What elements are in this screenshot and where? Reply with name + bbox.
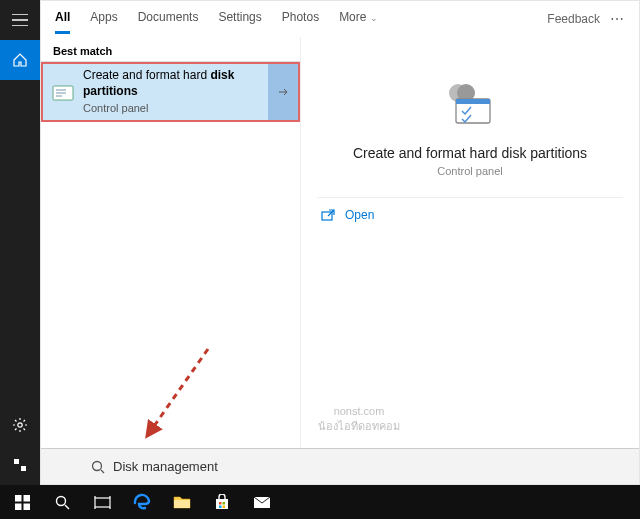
store-icon[interactable] — [204, 485, 240, 519]
gear-icon[interactable] — [0, 405, 40, 445]
taskbar-search-icon[interactable] — [44, 485, 80, 519]
svg-rect-16 — [174, 500, 190, 508]
feedback-link[interactable]: Feedback — [547, 12, 600, 26]
home-icon[interactable] — [0, 40, 40, 80]
svg-rect-10 — [15, 495, 22, 502]
detail-subtitle: Control panel — [437, 165, 502, 177]
svg-rect-20 — [219, 506, 222, 509]
detail-title: Create and format hard disk partitions — [353, 145, 587, 161]
search-query: Disk management — [113, 459, 218, 474]
search-icon — [91, 460, 105, 474]
tab-documents[interactable]: Documents — [138, 10, 199, 28]
result-title: Create and format hard disk partitions C… — [83, 68, 268, 115]
recent-icon[interactable] — [0, 445, 40, 485]
svg-rect-11 — [23, 495, 30, 502]
more-options-icon[interactable]: ⋯ — [610, 11, 625, 27]
svg-point-14 — [56, 496, 65, 505]
svg-rect-17 — [216, 499, 228, 509]
mail-icon[interactable] — [244, 485, 280, 519]
svg-rect-15 — [95, 498, 110, 507]
open-icon — [321, 209, 335, 221]
start-button[interactable] — [4, 485, 40, 519]
svg-rect-2 — [21, 466, 26, 471]
task-view-icon[interactable] — [84, 485, 120, 519]
tab-more[interactable]: More ⌄ — [339, 10, 378, 28]
open-action[interactable]: Open — [317, 208, 374, 222]
disk-partitions-icon — [442, 81, 498, 131]
svg-rect-12 — [15, 503, 22, 510]
cortana-left-rail — [0, 0, 40, 485]
result-disk-partitions[interactable]: Create and format hard disk partitions C… — [41, 62, 300, 122]
detail-pane: Create and format hard disk partitions C… — [301, 37, 639, 448]
divider — [317, 197, 623, 198]
search-panel: All Apps Documents Settings Photos More … — [40, 0, 640, 485]
results-column: Best match Create and format hard disk p… — [41, 37, 301, 448]
svg-point-0 — [18, 423, 22, 427]
tab-photos[interactable]: Photos — [282, 10, 319, 28]
chevron-down-icon: ⌄ — [370, 13, 378, 23]
taskbar — [0, 485, 640, 519]
filter-tabs: All Apps Documents Settings Photos More … — [41, 1, 639, 37]
hamburger-icon[interactable] — [0, 0, 40, 40]
best-match-header: Best match — [41, 37, 300, 62]
svg-rect-18 — [219, 502, 222, 505]
svg-rect-21 — [223, 506, 226, 509]
svg-rect-7 — [456, 99, 490, 104]
control-panel-icon — [43, 83, 83, 101]
tab-settings[interactable]: Settings — [218, 10, 261, 28]
tab-all[interactable]: All — [55, 10, 70, 28]
edge-icon[interactable] — [124, 485, 160, 519]
file-explorer-icon[interactable] — [164, 485, 200, 519]
svg-rect-1 — [14, 459, 19, 464]
tab-apps[interactable]: Apps — [90, 10, 117, 28]
svg-rect-19 — [223, 502, 226, 505]
result-subtitle: Control panel — [83, 101, 268, 115]
svg-rect-13 — [23, 503, 30, 510]
expand-arrow-icon[interactable] — [268, 64, 298, 120]
search-bar[interactable]: Disk management — [41, 448, 639, 484]
svg-point-9 — [93, 461, 102, 470]
